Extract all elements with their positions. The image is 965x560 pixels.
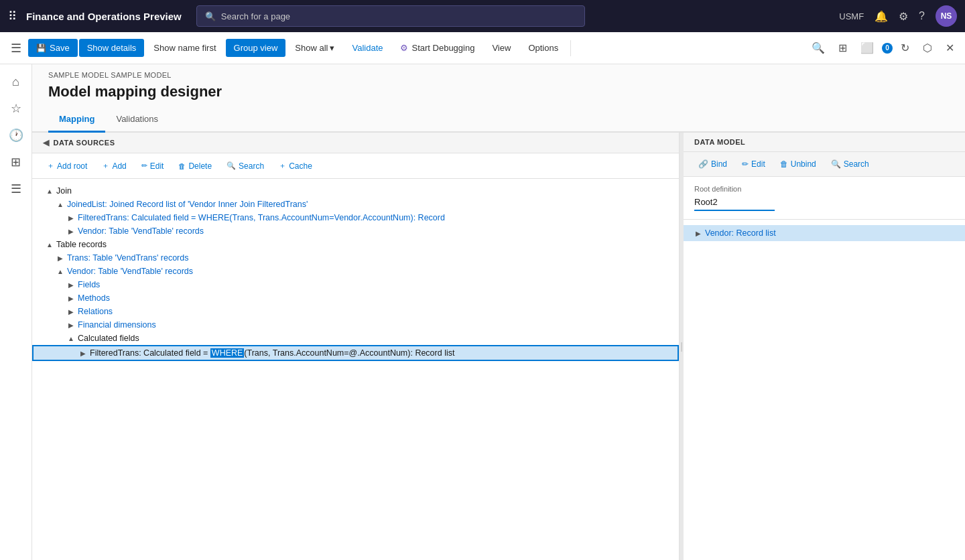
- search-toggle-button[interactable]: 🔍: [806, 38, 830, 58]
- refresh-button[interactable]: ↻: [895, 38, 915, 58]
- tree-item[interactable]: ▲ JoinedList: Joined Record list of 'Ven…: [32, 198, 679, 211]
- content-area: SAMPLE MODEL SAMPLE MODEL Model mapping …: [32, 64, 965, 560]
- sidebar-item-recent[interactable]: 🕐: [4, 123, 28, 147]
- item-label: FilteredTrans: Calculated field = WHERE(…: [90, 348, 454, 358]
- data-sources-panel: ◀ DATA SOURCES ＋ Add root ＋ Add ✏ Edit: [32, 133, 680, 560]
- tree-item[interactable]: ▶ Methods: [32, 291, 679, 305]
- add-button[interactable]: ＋ Add: [95, 157, 133, 174]
- tab-validations[interactable]: Validations: [105, 109, 169, 133]
- expand-icon: ▶: [76, 350, 90, 357]
- validate-button[interactable]: Validate: [344, 39, 391, 57]
- search-icon: 🔍: [205, 11, 216, 21]
- debug-icon: ⚙: [400, 43, 408, 53]
- mapping-container: ◀ DATA SOURCES ＋ Add root ＋ Add ✏ Edit: [32, 133, 965, 560]
- expand-icon-button[interactable]: ⬜: [855, 38, 879, 58]
- search-placeholder: Search for a page: [221, 11, 290, 21]
- sidebar-item-favorites[interactable]: ☆: [4, 96, 28, 121]
- tree-item[interactable]: ▶ Financial dimensions: [32, 318, 679, 332]
- search-button[interactable]: 🔍 Search: [220, 158, 271, 174]
- open-new-button[interactable]: ⬡: [917, 38, 938, 58]
- help-icon[interactable]: ?: [919, 10, 925, 22]
- item-label: Vendor: Table 'VendTable' records: [67, 267, 193, 276]
- sidebar: ⌂ ☆ 🕐 ⊞ ☰: [0, 64, 32, 560]
- show-name-first-button[interactable]: Show name first: [145, 39, 224, 57]
- breadcrumb: SAMPLE MODEL SAMPLE MODEL: [32, 64, 965, 80]
- hamburger-icon[interactable]: ☰: [5, 36, 27, 61]
- expand-icon: ▶: [64, 281, 78, 289]
- tree-item[interactable]: ▲ Table records: [32, 238, 679, 251]
- search-icon: 🔍: [227, 161, 236, 170]
- dm-tree-item-vendor[interactable]: ▶ Vendor: Record list: [684, 225, 965, 241]
- delete-button[interactable]: 🗑 Delete: [172, 158, 218, 174]
- expand-icon: ▶: [64, 308, 78, 316]
- unbind-icon: 🗑: [780, 159, 788, 169]
- plus-icon: ＋: [47, 161, 54, 171]
- data-sources-tree: ▲ Join ▲ JoinedList: Joined Record list …: [32, 179, 679, 560]
- edit-button[interactable]: ✏ Edit: [135, 158, 171, 174]
- link-icon: 🔗: [698, 159, 708, 169]
- tree-item[interactable]: ▲ Join: [32, 184, 679, 198]
- sidebar-item-home[interactable]: ⌂: [4, 70, 28, 94]
- data-model-header: DATA MODEL: [684, 133, 965, 152]
- data-model-title: DATA MODEL: [694, 138, 745, 146]
- root-definition: Root definition Root2: [684, 177, 965, 220]
- cache-button[interactable]: ＋ Cache: [272, 157, 319, 174]
- data-sources-header: ◀ DATA SOURCES: [32, 133, 679, 153]
- tree-item[interactable]: ▶ Fields: [32, 278, 679, 291]
- data-sources-toolbar: ＋ Add root ＋ Add ✏ Edit 🗑 Delete: [32, 153, 679, 179]
- item-label: Relations: [78, 307, 113, 316]
- page-title: Model mapping designer: [32, 80, 965, 109]
- expand-icon: ▶: [64, 322, 78, 329]
- sidebar-item-workspaces[interactable]: ⊞: [4, 150, 28, 174]
- start-debugging-button[interactable]: ⚙ Start Debugging: [392, 39, 482, 57]
- action-bar: ☰ 💾 Save Show details Show name first Gr…: [0, 32, 965, 64]
- options-button[interactable]: Options: [520, 39, 566, 57]
- tree-item[interactable]: ▶ Trans: Table 'VendTrans' records: [32, 251, 679, 265]
- avatar[interactable]: NS: [936, 5, 957, 27]
- item-label: JoinedList: Joined Record list of 'Vendo…: [67, 200, 308, 209]
- item-label: Methods: [78, 293, 110, 303]
- tree-item[interactable]: ▲ Vendor: Table 'VendTable' records: [32, 265, 679, 278]
- trash-icon: 🗑: [178, 162, 186, 170]
- apps-icon[interactable]: ⠿: [8, 9, 17, 23]
- tree-item[interactable]: ▲ Calculated fields: [32, 332, 679, 345]
- tree-item[interactable]: ▶ Vendor: Table 'VendTable' records: [32, 224, 679, 238]
- expand-icon: ▲: [64, 335, 78, 342]
- expand-icon: ▶: [64, 295, 78, 302]
- tree-item[interactable]: ▶ Relations: [32, 305, 679, 318]
- dm-search-button[interactable]: 🔍 Search: [824, 156, 876, 172]
- show-details-button[interactable]: Show details: [79, 39, 145, 57]
- global-search-bar[interactable]: 🔍 Search for a page: [196, 5, 585, 27]
- collapse-icon[interactable]: ◀: [43, 138, 50, 147]
- dm-edit-button[interactable]: ✏ Edit: [735, 156, 772, 172]
- expand-icon: ▶: [54, 255, 67, 262]
- notification-badge[interactable]: 0: [882, 43, 893, 54]
- view-button[interactable]: View: [484, 39, 519, 57]
- grid-icon-button[interactable]: ⊞: [833, 38, 852, 58]
- tab-mapping[interactable]: Mapping: [48, 109, 105, 133]
- bind-button[interactable]: 🔗 Bind: [692, 156, 734, 172]
- sidebar-item-list[interactable]: ☰: [4, 177, 28, 201]
- settings-icon[interactable]: ⚙: [899, 10, 908, 23]
- data-model-tree: ▶ Vendor: Record list: [684, 220, 965, 560]
- tree-item[interactable]: ▶ FilteredTrans: Calculated field = WHER…: [32, 211, 679, 224]
- expand-icon: ▶: [64, 214, 78, 222]
- unbind-button[interactable]: 🗑 Unbind: [773, 156, 823, 172]
- bell-icon[interactable]: 🔔: [875, 10, 888, 23]
- action-bar-right: 🔍 ⊞ ⬜ 0 ↻ ⬡ ✕: [806, 38, 960, 58]
- tree-item-selected[interactable]: ▶ FilteredTrans: Calculated field = WHER…: [32, 345, 679, 361]
- cache-icon: ＋: [279, 161, 286, 171]
- dm-item-label: Vendor: Record list: [705, 228, 776, 238]
- data-sources-title: DATA SOURCES: [54, 139, 115, 147]
- tab-bar: Mapping Validations: [32, 109, 965, 133]
- close-button[interactable]: ✕: [940, 38, 960, 58]
- main-layout: ⌂ ☆ 🕐 ⊞ ☰ SAMPLE MODEL SAMPLE MODEL Mode…: [0, 64, 965, 560]
- item-label: Financial dimensions: [78, 320, 156, 330]
- item-label: Vendor: Table 'VendTable' records: [78, 226, 204, 236]
- chevron-down-icon: ▾: [330, 43, 334, 53]
- save-button[interactable]: 💾 Save: [28, 39, 78, 57]
- add-root-button[interactable]: ＋ Add root: [40, 157, 94, 174]
- resizer[interactable]: [680, 133, 684, 560]
- group-view-button[interactable]: Group view: [226, 39, 286, 57]
- show-all-button[interactable]: Show all ▾: [287, 39, 342, 57]
